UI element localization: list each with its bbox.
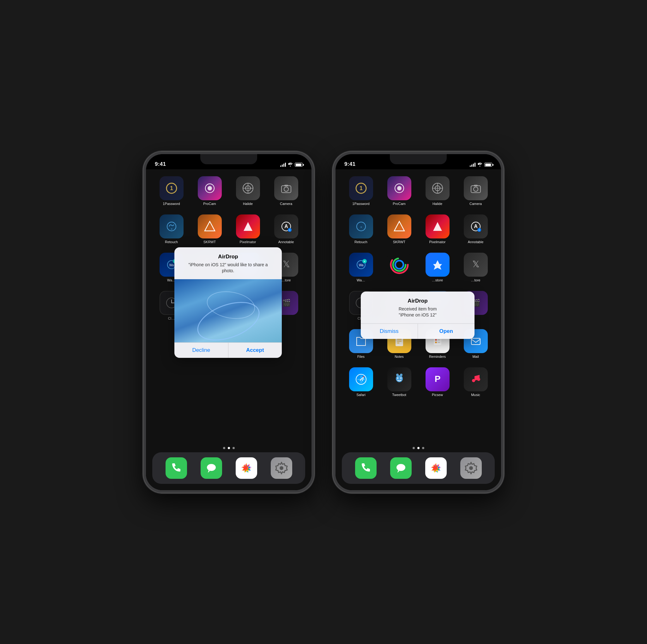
- icon-p2-picsew: P: [426, 367, 449, 391]
- svg-point-81: [400, 378, 402, 379]
- svg-text:P: P: [434, 374, 440, 384]
- dock-messages[interactable]: [201, 456, 222, 481]
- svg-point-88: [469, 466, 473, 470]
- dialog-title-2: AirDrop: [368, 298, 467, 304]
- icon-photos-dock: [236, 457, 257, 479]
- app-p2-picsew[interactable]: P Picsew: [418, 366, 456, 399]
- app-p2-wa[interactable]: Wa✕ Wa…: [342, 251, 380, 284]
- icon-p2-activity: [387, 253, 411, 277]
- app-p2-annotable[interactable]: A+ Annotable: [456, 213, 495, 246]
- dock-photos[interactable]: [236, 456, 257, 481]
- svg-rect-76: [471, 338, 480, 344]
- svg-point-34: [280, 466, 283, 470]
- icon-pixelmator: [236, 215, 260, 238]
- svg-point-85: [472, 379, 475, 382]
- page-dots-1: [146, 447, 311, 449]
- svg-text:✕: ✕: [363, 260, 366, 263]
- app-p2-1password[interactable]: 1 1Password: [342, 174, 380, 208]
- svg-rect-10: [284, 185, 288, 186]
- app-p2-safari[interactable]: Safari: [342, 366, 380, 399]
- battery-fill-1: [296, 164, 301, 166]
- app-grid-p2-row2: ✕ Retouch SKRWT Pixelmator: [336, 213, 501, 251]
- svg-point-87: [397, 464, 405, 471]
- svg-text:✕: ✕: [170, 228, 172, 231]
- battery-icon-2: [484, 163, 492, 167]
- svg-point-72: [435, 339, 437, 340]
- app-grid-row2: ✕ Retouch SKRWT Pixelmator: [146, 213, 311, 251]
- dot-2-3: [422, 447, 424, 449]
- label-p2-camera: Camera: [470, 202, 482, 206]
- dialog-buttons-2: Dismiss Open: [361, 323, 475, 339]
- app-halide[interactable]: Halide: [229, 174, 267, 208]
- phone-2: 1 1Password ProCam Halide: [333, 152, 504, 493]
- wifi-icon-1: [288, 162, 293, 167]
- svg-text:+: +: [478, 228, 480, 232]
- label-1password: 1Password: [163, 202, 180, 206]
- icon-p2-music: [464, 367, 488, 391]
- page-dots-2: [336, 447, 501, 449]
- dismiss-button[interactable]: Dismiss: [361, 324, 418, 339]
- app-procam[interactable]: ProCam: [191, 174, 229, 208]
- svg-text:1: 1: [170, 185, 173, 191]
- decline-button[interactable]: Decline: [174, 343, 228, 358]
- label-p2-safari: Safari: [356, 393, 365, 397]
- dock-p2-photos[interactable]: [425, 456, 447, 481]
- label-pixelmator: Pixelmator: [240, 240, 256, 244]
- app-pixelmator[interactable]: Pixelmator: [229, 213, 267, 246]
- icon-p2-appstore: [426, 253, 449, 277]
- bar1: [280, 165, 281, 167]
- icon-camera: [274, 176, 298, 200]
- app-p2-skrwt[interactable]: SKRWT: [380, 213, 418, 246]
- app-p2-music[interactable]: Music: [456, 366, 495, 399]
- label-retouch: Retouch: [165, 240, 178, 244]
- app-p2-tweetbot[interactable]: Tweetbot: [380, 366, 418, 399]
- app-1password[interactable]: 1 1Password: [152, 174, 191, 208]
- app-p2-camera[interactable]: Camera: [456, 174, 495, 208]
- app-p2-halide[interactable]: Halide: [418, 174, 456, 208]
- dot-2-1: [413, 447, 415, 449]
- dock-p2-phone[interactable]: [355, 456, 376, 481]
- app-p2-appstore[interactable]: …store: [418, 251, 456, 284]
- app-camera[interactable]: Camera: [267, 174, 305, 208]
- dialog-content-1: AirDrop "iPhone on iOS 12" would like to…: [174, 247, 282, 275]
- dialog-title-1: AirDrop: [182, 254, 274, 260]
- dot-1-2: [228, 447, 230, 449]
- p2-bar4: [475, 163, 476, 167]
- label-p2-pixelmator: Pixelmator: [429, 240, 446, 244]
- app-skrwt[interactable]: SKRWT: [191, 213, 229, 246]
- icon-p2-safari: [349, 367, 373, 391]
- svg-point-78: [363, 376, 364, 378]
- app-p2-activity[interactable]: [380, 251, 418, 284]
- dock-1: [152, 452, 305, 484]
- airdrop-dialog-2: AirDrop Received item from"iPhone on iOS…: [361, 292, 475, 339]
- airdrop-dialog-1: AirDrop "iPhone on iOS 12" would like to…: [174, 247, 282, 358]
- dialog-content-2: AirDrop Received item from"iPhone on iOS…: [361, 292, 475, 320]
- open-button[interactable]: Open: [418, 324, 475, 339]
- icon-messages-dock: [201, 457, 222, 479]
- label-camera: Camera: [280, 202, 292, 206]
- accept-button[interactable]: Accept: [228, 343, 282, 358]
- svg-text:A: A: [284, 224, 288, 229]
- app-retouch[interactable]: ✕ Retouch: [152, 213, 191, 246]
- label-p2-notes: Notes: [394, 355, 404, 358]
- icon-p2-camera: [464, 176, 488, 200]
- label-p2-xstore: …tore: [471, 278, 481, 282]
- p2-bar2: [471, 165, 472, 167]
- dock-p2-messages[interactable]: [390, 456, 412, 481]
- app-p2-pixelmator[interactable]: Pixelmator: [418, 213, 456, 246]
- label-p2-files: Files: [357, 355, 365, 358]
- app-p2-procam[interactable]: ProCam: [380, 174, 418, 208]
- dock-phone[interactable]: [165, 456, 187, 481]
- label-halide: Halide: [243, 202, 253, 206]
- icon-annotable: A+: [274, 215, 298, 238]
- dialog-message-1: "iPhone on iOS 12" would like to share a…: [182, 262, 274, 274]
- icon-p2-procam: [387, 176, 411, 200]
- dialog-message-2: Received item from"iPhone on iOS 12": [368, 306, 467, 318]
- label-procam: ProCam: [203, 202, 216, 206]
- app-annotable[interactable]: A+ Annotable: [267, 213, 305, 246]
- app-p2-xstore[interactable]: 𝕏 …tore: [456, 251, 495, 284]
- dock-p2-settings[interactable]: [460, 456, 482, 481]
- dock-settings[interactable]: [271, 456, 292, 481]
- svg-text:+: +: [289, 228, 291, 232]
- app-p2-retouch[interactable]: ✕ Retouch: [342, 213, 380, 246]
